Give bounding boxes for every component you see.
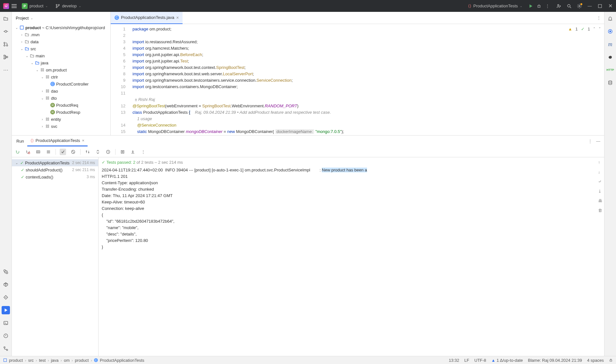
run-options-icon[interactable]: ⋮ — [587, 139, 594, 144]
tree-row[interactable]: ›dao — [12, 87, 110, 95]
run-button[interactable] — [528, 4, 533, 9]
status-indent[interactable]: 4 spaces — [587, 358, 604, 363]
crumb[interactable]: test — [39, 358, 46, 363]
toggle-auto-test-icon[interactable] — [35, 149, 41, 155]
run-config-tab[interactable]: ⟨⟩ ProductApplicationTests × — [27, 136, 88, 146]
maximize-icon[interactable] — [597, 4, 603, 9]
expand-icon[interactable]: ⌄ — [25, 54, 29, 58]
branch-selector[interactable]: develop ⌄ — [53, 2, 84, 10]
problems-tool-button[interactable] — [2, 332, 10, 340]
stop-icon[interactable] — [45, 149, 52, 155]
structure-tool-button[interactable] — [2, 53, 10, 61]
expand-icon[interactable]: › — [20, 40, 24, 44]
terminal-tool-button[interactable] — [2, 319, 10, 327]
status-vcs[interactable]: ▲ 1 Δ/up-to-date — [491, 358, 523, 363]
crumb[interactable]: java — [51, 358, 59, 363]
main-menu-icon[interactable] — [12, 4, 17, 9]
gradle-icon[interactable] — [606, 53, 614, 61]
tree-row[interactable]: RProductReq — [12, 102, 110, 109]
tree-row[interactable]: RProductResp — [12, 109, 110, 116]
app-logo-icon[interactable]: IJ — [3, 3, 9, 9]
minimize-icon[interactable]: — — [587, 4, 592, 9]
console[interactable]: ✓ Tests passed: 2 of 2 tests – 2 sec 214… — [98, 157, 604, 356]
rerun-icon[interactable] — [14, 149, 21, 155]
expand-icon[interactable]: ⌄ — [20, 47, 24, 51]
keymap-tool-button[interactable] — [2, 268, 10, 276]
commit-tool-button[interactable] — [2, 27, 10, 36]
notifications-icon[interactable] — [606, 14, 614, 23]
project-tool-button[interactable] — [2, 14, 10, 23]
editor-body[interactable]: 123456789101112131415 package om.product… — [111, 24, 604, 135]
lock-icon[interactable] — [609, 358, 613, 362]
status-blame[interactable]: Blame: Raj 09.04.2024 21:39 — [528, 358, 582, 363]
services-tool-button[interactable] — [2, 293, 10, 302]
debug-button[interactable] — [536, 4, 542, 9]
tree-row[interactable]: ›data — [12, 38, 110, 45]
database-icon[interactable] — [606, 79, 614, 87]
pull-requests-tool-button[interactable] — [2, 40, 10, 48]
more-tool-button[interactable]: ⋯ — [2, 66, 10, 74]
test-row[interactable]: ⌄✓ ProductApplicationTests2 sec 214 ms — [12, 159, 98, 166]
test-tree[interactable]: ⌄✓ ProductApplicationTests2 sec 214 ms✓ … — [12, 157, 98, 356]
tree-row[interactable]: ›.mvn — [12, 31, 110, 38]
crumb[interactable]: product — [75, 358, 89, 363]
close-tab-icon[interactable]: × — [176, 15, 179, 20]
tree-row[interactable]: ›entity — [12, 116, 110, 123]
crumb[interactable]: src — [28, 358, 34, 363]
print-icon[interactable]: 🖶 — [598, 198, 602, 204]
rerun-failed-icon[interactable] — [25, 149, 31, 155]
code-with-me-icon[interactable] — [556, 4, 561, 9]
expand-all-icon[interactable] — [95, 149, 101, 155]
close-icon[interactable]: ✕ — [608, 4, 613, 9]
vcs-tool-button[interactable] — [2, 344, 10, 353]
scroll-down-icon[interactable]: ↓ — [598, 169, 602, 175]
project-tree[interactable]: ⌄ product ~ C:\Users\rishi\mygithubprojs… — [12, 24, 110, 135]
tree-row[interactable]: ⌄dto — [12, 95, 110, 102]
run-more-button[interactable]: ⋮ — [545, 4, 550, 9]
editor-tabs-menu-icon[interactable]: ⋮ — [594, 15, 604, 20]
expand-icon[interactable]: ⌄ — [30, 61, 34, 65]
more-icon[interactable]: ⋮ — [140, 149, 146, 155]
status-encoding[interactable]: UTF-8 — [475, 358, 486, 363]
export-tests-icon[interactable] — [130, 149, 136, 155]
editor-tab[interactable]: C ProductApplicationTests.java × — [111, 12, 183, 24]
tree-row[interactable]: ⌄om.product — [12, 66, 110, 73]
prev-highlight-icon[interactable]: ˄ — [593, 26, 595, 32]
tree-row-root[interactable]: ⌄ product ~ C:\Users\rishi\mygithubprojs… — [12, 24, 110, 31]
crumb[interactable]: product — [9, 358, 23, 363]
expand-icon[interactable]: ⌄ — [40, 75, 45, 79]
tree-row[interactable]: ⌄main — [12, 52, 110, 59]
expand-icon[interactable]: › — [40, 89, 45, 93]
crumb[interactable]: om — [64, 358, 70, 363]
tree-row[interactable]: ›svc — [12, 123, 110, 130]
clear-icon[interactable]: 🗑 — [598, 207, 602, 214]
expand-icon[interactable]: ⌄ — [35, 68, 39, 72]
close-icon[interactable]: × — [82, 138, 85, 143]
tree-row[interactable]: ⌄ctrlr — [12, 73, 110, 80]
scroll-up-icon[interactable]: ↑ — [598, 159, 602, 166]
expand-icon[interactable]: ⌄ — [14, 26, 19, 29]
test-row[interactable]: ✓ contextLoads()3 ms — [12, 173, 98, 180]
ai-assistant-icon[interactable] — [606, 27, 614, 36]
run-tool-button[interactable] — [2, 306, 10, 314]
breadcrumb[interactable]: product›src›test›java›om›product›CProduc… — [3, 358, 144, 363]
tree-row[interactable]: ⌄java — [12, 59, 110, 66]
status-line-sep[interactable]: LF — [464, 358, 469, 363]
tree-row[interactable]: ⌄src — [12, 45, 110, 52]
hide-icon[interactable]: — — [595, 139, 602, 144]
expand-icon[interactable]: › — [40, 118, 45, 121]
build-tool-button[interactable] — [2, 280, 10, 289]
crumb[interactable]: ProductApplicationTests — [100, 358, 144, 363]
code-area[interactable]: package om.product;import io.restassured… — [130, 24, 604, 135]
soft-wrap-icon[interactable]: ⤶ — [598, 178, 602, 185]
test-row[interactable]: ✓ shouldAddProduct()2 sec 211 ms — [12, 166, 98, 173]
run-config-selector[interactable]: ⟨⟩ ProductApplicationTests ⌄ — [466, 2, 525, 10]
test-history-icon[interactable] — [105, 149, 111, 155]
search-icon[interactable] — [567, 4, 572, 9]
expand-icon[interactable]: › — [20, 33, 24, 37]
scroll-to-end-icon[interactable]: ⤓ — [598, 188, 602, 194]
inspection-widget[interactable]: ▲1 ✓1 ˄ ˅ — [568, 26, 601, 32]
tree-row[interactable]: CProductController — [12, 80, 110, 87]
expand-icon[interactable]: ⌄ — [40, 96, 45, 100]
maven-icon[interactable]: m — [606, 40, 614, 48]
